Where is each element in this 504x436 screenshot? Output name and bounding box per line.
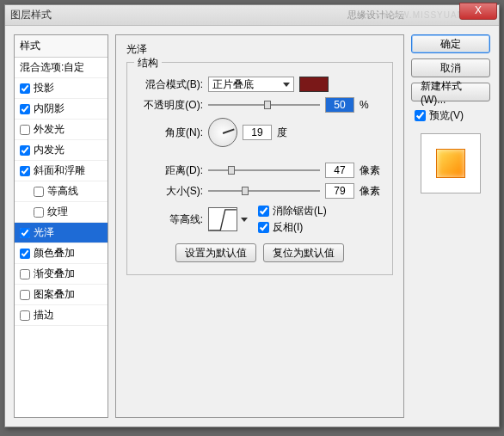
opacity-label: 不透明度(O): — [138, 98, 203, 113]
sidebar-item-label: 等高线 — [47, 184, 78, 199]
sidebar-item-label: 描边 — [34, 308, 54, 322]
sidebar-item-label: 图案叠加 — [34, 287, 75, 302]
sidebar-item-label: 颜色叠加 — [34, 246, 75, 261]
sidebar-item-label: 斜面和浮雕 — [34, 163, 85, 178]
sidebar-item-label: 内阴影 — [34, 101, 65, 116]
style-checkbox[interactable] — [20, 249, 30, 259]
sidebar-item[interactable]: 描边 — [15, 305, 108, 326]
sidebar-item-label: 纹理 — [47, 205, 68, 219]
preview-swatch — [436, 149, 465, 178]
close-button[interactable]: X — [459, 3, 497, 20]
chevron-down-icon[interactable] — [241, 218, 248, 222]
angle-label: 角度(N): — [138, 126, 203, 140]
sidebar-item-label: 渐变叠加 — [34, 267, 75, 281]
sidebar-item-label: 混合选项:自定 — [20, 60, 84, 75]
contour-picker[interactable] — [208, 207, 237, 231]
fieldset-legend: 结构 — [134, 56, 162, 71]
dialog-body: 样式 混合选项:自定投影内阴影外发光内发光斜面和浮雕等高线纹理光泽颜色叠加渐变叠… — [5, 26, 499, 427]
sidebar-item-label: 外发光 — [34, 122, 65, 137]
close-icon: X — [475, 4, 482, 16]
sidebar-item[interactable]: 斜面和浮雕 — [15, 161, 108, 181]
set-default-button[interactable]: 设置为默认值 — [175, 243, 256, 262]
titlebar[interactable]: 图层样式 思缘设计论坛 WWW.MISSYUAN.COM X — [5, 5, 499, 26]
main-panel: 光泽 结构 混合模式(B): 正片叠底 不透明度(O): 50 % — [115, 34, 404, 418]
ok-button[interactable]: 确定 — [411, 34, 490, 53]
right-column: 确定 取消 新建样式(W)... 预览(V) — [411, 34, 490, 418]
style-checkbox[interactable] — [20, 310, 30, 321]
antialias-checkbox[interactable]: 消除锯齿(L) — [258, 204, 327, 218]
sidebar-item[interactable]: 内发光 — [15, 140, 108, 161]
sidebar-item[interactable]: 等高线 — [15, 181, 108, 202]
sidebar-item[interactable]: 混合选项:自定 — [15, 58, 108, 78]
slider-thumb[interactable] — [242, 187, 249, 195]
blend-mode-select[interactable]: 正片叠底 — [208, 77, 294, 92]
chevron-down-icon — [283, 83, 290, 87]
angle-dial[interactable] — [208, 118, 237, 147]
slider-thumb[interactable] — [228, 166, 235, 175]
size-label: 大小(S): — [138, 184, 203, 199]
new-style-button[interactable]: 新建样式(W)... — [411, 83, 490, 101]
sidebar-item[interactable]: 内阴影 — [15, 99, 108, 120]
degree-unit: 度 — [277, 126, 298, 140]
blend-mode-value: 正片叠底 — [212, 77, 254, 92]
contour-label: 等高线: — [138, 212, 203, 227]
layer-style-dialog: 图层样式 思缘设计论坛 WWW.MISSYUAN.COM X 样式 混合选项:自… — [4, 4, 500, 427]
style-checkbox[interactable] — [20, 125, 30, 135]
window-title: 图层样式 — [10, 8, 52, 22]
distance-slider[interactable] — [208, 169, 320, 171]
dial-needle — [223, 128, 235, 133]
style-checkbox[interactable] — [20, 104, 30, 114]
opacity-input[interactable]: 50 — [325, 97, 354, 113]
color-swatch[interactable] — [299, 77, 329, 92]
style-checkbox[interactable] — [20, 290, 30, 300]
distance-label: 距离(D): — [138, 163, 203, 178]
style-checkbox[interactable] — [34, 207, 44, 218]
preview-box — [421, 133, 481, 193]
style-checkbox[interactable] — [20, 269, 30, 279]
sidebar-item[interactable]: 光泽 — [15, 223, 108, 243]
panel-title: 光泽 — [126, 42, 393, 57]
blend-mode-label: 混合模式(B): — [138, 77, 203, 92]
invert-checkbox[interactable]: 反相(I) — [258, 220, 327, 235]
style-checkbox[interactable] — [20, 228, 30, 238]
slider-thumb[interactable] — [264, 101, 271, 109]
sidebar-item-label: 投影 — [34, 81, 54, 95]
percent-unit: % — [360, 99, 380, 111]
style-checkbox[interactable] — [20, 166, 30, 176]
reset-default-button[interactable]: 复位为默认值 — [263, 243, 344, 262]
sidebar-item[interactable]: 投影 — [15, 78, 108, 99]
sidebar-item-label: 内发光 — [34, 143, 65, 157]
sidebar-item[interactable]: 颜色叠加 — [15, 243, 108, 264]
px-unit: 像素 — [360, 184, 380, 199]
sidebar-item[interactable]: 外发光 — [15, 120, 108, 140]
size-slider[interactable] — [208, 190, 320, 192]
sidebar-item[interactable]: 纹理 — [15, 202, 108, 223]
angle-input[interactable]: 19 — [243, 125, 272, 140]
px-unit: 像素 — [360, 163, 380, 178]
preview-checkbox[interactable]: 预览(V) — [411, 107, 490, 125]
opacity-slider[interactable] — [208, 104, 320, 106]
styles-sidebar: 样式 混合选项:自定投影内阴影外发光内发光斜面和浮雕等高线纹理光泽颜色叠加渐变叠… — [14, 34, 108, 418]
style-checkbox[interactable] — [20, 145, 30, 156]
sidebar-item-label: 光泽 — [34, 225, 54, 240]
size-input[interactable]: 79 — [325, 183, 354, 199]
structure-fieldset: 结构 混合模式(B): 正片叠底 不透明度(O): 50 % 角度(N) — [126, 62, 393, 275]
sidebar-header: 样式 — [15, 35, 108, 58]
sidebar-item[interactable]: 图案叠加 — [15, 285, 108, 305]
style-checkbox[interactable] — [34, 187, 44, 197]
style-checkbox[interactable] — [20, 83, 30, 94]
sidebar-item[interactable]: 渐变叠加 — [15, 264, 108, 285]
cancel-button[interactable]: 取消 — [411, 58, 490, 77]
distance-input[interactable]: 47 — [325, 163, 354, 178]
